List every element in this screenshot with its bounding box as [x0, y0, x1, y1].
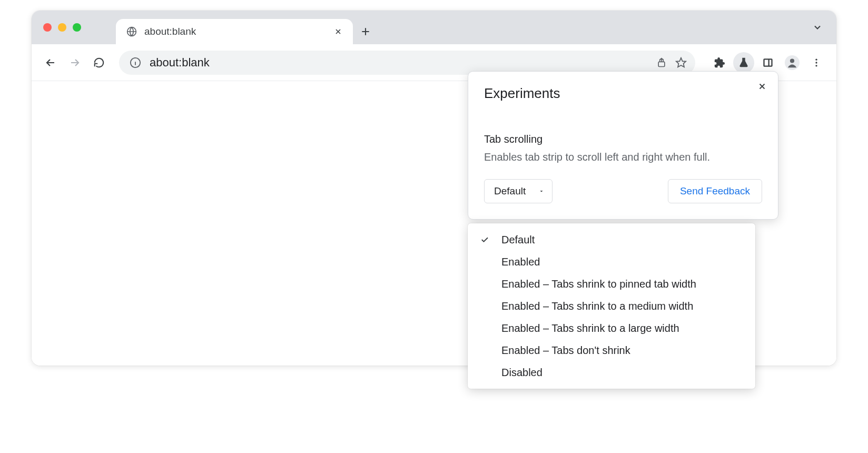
side-panel-button[interactable] [757, 52, 778, 73]
dropdown-option-label: Disabled [501, 367, 755, 379]
dropdown-option-label: Enabled – Tabs shrink to pinned tab widt… [501, 278, 755, 290]
dropdown-option-label: Enabled – Tabs don't shrink [501, 344, 755, 357]
experiment-description: Enables tab strip to scroll left and rig… [484, 150, 762, 164]
send-feedback-label: Send Feedback [680, 185, 750, 197]
svg-point-6 [790, 58, 794, 63]
experiments-popup: Experiments Tab scrolling Enables tab st… [468, 71, 778, 220]
dropdown-option-label: Enabled – Tabs shrink to a medium width [501, 300, 755, 312]
profile-avatar-button[interactable] [782, 52, 803, 73]
window-maximize-button[interactable] [73, 23, 81, 32]
dropdown-option-label: Enabled – Tabs shrink to a large width [501, 322, 755, 334]
dropdown-option[interactable]: Enabled – Tabs shrink to pinned tab widt… [468, 273, 755, 295]
dropdown-arrow-icon [538, 185, 545, 197]
svg-rect-2 [658, 62, 665, 66]
reload-button[interactable] [90, 53, 108, 72]
dropdown-option[interactable]: Enabled [468, 251, 755, 273]
svg-point-8 [815, 62, 817, 63]
dropdown-option[interactable]: Enabled – Tabs shrink to a large width [468, 317, 755, 339]
extensions-button[interactable] [709, 52, 730, 73]
tab-strip: about:blank [32, 11, 836, 44]
svg-point-7 [815, 58, 817, 60]
experiments-flask-button[interactable] [733, 52, 754, 73]
tab-close-button[interactable] [332, 25, 344, 38]
dropdown-option[interactable]: Disabled [468, 361, 755, 383]
new-tab-button[interactable] [353, 19, 378, 44]
globe-icon [126, 26, 137, 37]
check-icon [468, 235, 501, 244]
dropdown-option[interactable]: Enabled – Tabs don't shrink [468, 339, 755, 361]
address-bar-text: about:blank [150, 56, 648, 70]
dropdown-option-label: Enabled [501, 256, 755, 268]
browser-tab[interactable]: about:blank [116, 19, 353, 44]
svg-point-9 [815, 65, 817, 66]
window-controls [43, 23, 81, 32]
info-icon [130, 57, 141, 68]
dropdown-selected-label: Default [494, 185, 526, 197]
popup-close-button[interactable] [755, 79, 770, 94]
popup-title: Experiments [484, 85, 762, 102]
dropdown-option[interactable]: Enabled – Tabs shrink to a medium width [468, 295, 755, 317]
tab-list-chevron-button[interactable] [812, 22, 823, 35]
window-close-button[interactable] [43, 23, 52, 32]
svg-rect-4 [764, 59, 772, 66]
toolbar-right [709, 52, 827, 73]
tab-title: about:blank [144, 26, 324, 37]
window-minimize-button[interactable] [58, 23, 66, 32]
experiment-state-dropdown[interactable]: Default [484, 179, 553, 203]
dropdown-option-label: Default [501, 234, 755, 246]
dropdown-option[interactable]: Default [468, 229, 755, 251]
dropdown-menu: DefaultEnabledEnabled – Tabs shrink to p… [468, 223, 755, 389]
forward-button[interactable] [65, 53, 84, 72]
menu-button[interactable] [806, 52, 827, 73]
bookmark-star-icon[interactable] [675, 57, 687, 68]
experiment-name: Tab scrolling [484, 133, 762, 145]
send-feedback-button[interactable]: Send Feedback [668, 179, 762, 203]
share-icon[interactable] [656, 57, 667, 68]
back-button[interactable] [41, 53, 60, 72]
svg-marker-3 [676, 57, 686, 66]
